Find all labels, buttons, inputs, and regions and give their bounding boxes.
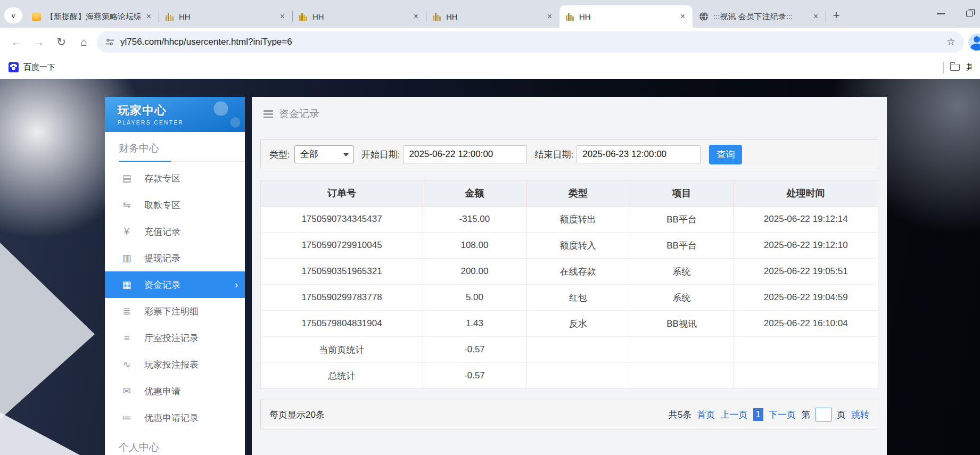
chart-icon: ∿ [121, 359, 132, 370]
end-date-label: 结束日期: [534, 148, 573, 161]
bookmark-star-icon[interactable]: ☆ [946, 36, 956, 48]
cell-time: 2025-06-22 19:05:51 [734, 259, 878, 285]
tab-search-button[interactable]: ∨ [4, 7, 22, 23]
profile-avatar[interactable] [968, 34, 980, 51]
home-icon[interactable]: ⌂ [75, 33, 93, 51]
hamburger-icon[interactable] [263, 110, 273, 118]
browser-tab-hh-3[interactable]: HH × [426, 5, 559, 28]
first-page-link[interactable]: 首页 [697, 409, 715, 421]
end-date-input[interactable] [577, 145, 701, 163]
reload-icon[interactable]: ↻ [52, 33, 70, 51]
window-controls [937, 11, 980, 17]
sidebar-item-withdrawal-records[interactable]: ▥ 提现记录 [105, 245, 245, 271]
address-bar[interactable]: yl756.com/hhcp/usercenter.html?iniType=6… [97, 31, 964, 53]
gold-bars-icon [566, 13, 574, 21]
sidebar-item-deposit[interactable]: ▤ 存款专区 [105, 165, 245, 192]
page-header: 资金记录 [252, 97, 887, 131]
query-button[interactable]: 查询 [709, 145, 742, 164]
forward-icon[interactable]: → [30, 33, 48, 51]
section-title-personal: 个人中心 [105, 431, 245, 454]
bookmark-baidu[interactable]: 百度一下 [9, 62, 55, 72]
jump-go-link[interactable]: 跳转 [851, 409, 869, 421]
type-select-value: 全部 [300, 149, 318, 159]
sidebar-item-withdraw[interactable]: ⇋ 取款专区 [105, 192, 245, 218]
cell-amount: -315.00 [423, 206, 526, 233]
prev-page-link[interactable]: 上一页 [721, 409, 748, 421]
browser-tab-forum[interactable]: 【新提醒】海燕策略论坛综 × [26, 5, 159, 28]
start-date-input[interactable] [403, 145, 527, 163]
cell-time: 2025-06-22 19:12:10 [734, 233, 878, 259]
browser-toolbar: ← → ↻ ⌂ yl756.com/hhcp/usercenter.html?i… [0, 28, 980, 56]
close-tab-icon[interactable]: × [413, 12, 419, 21]
close-tab-icon[interactable]: × [546, 12, 553, 21]
col-order-id: 订单号 [261, 180, 423, 206]
cell-order-id: 1750590299783778 [261, 285, 423, 311]
chevron-right-icon: › [235, 279, 238, 291]
bookmarks-bar: 百度一下 其 [0, 56, 980, 79]
close-tab-icon[interactable]: × [145, 12, 152, 21]
list-icon: ≣ [121, 305, 132, 317]
table-row: 1750590299783778 5.00 红包 系统 2025-06-22 1… [261, 285, 878, 311]
cell-time: 2025-06-22 16:10:04 [734, 311, 878, 337]
close-tab-icon[interactable]: × [279, 12, 286, 21]
cell-type: 反水 [526, 311, 630, 337]
total-count-text: 共5条 [669, 409, 691, 421]
tab-separator [826, 11, 826, 22]
sidebar-item-player-bet-report[interactable]: ∿ 玩家投注报表 [105, 351, 245, 378]
minimize-button[interactable] [937, 13, 945, 14]
page-title: 资金记录 [279, 107, 319, 121]
red-envelope-icon: ✉ [121, 385, 132, 397]
sidebar-item-promo-apply[interactable]: ✉ 优惠申请 [105, 378, 245, 404]
browser-tab-video-records[interactable]: :::视讯 会员下注纪录::: × [693, 5, 826, 28]
table-header-row: 订单号 金额 类型 项目 处理时间 [261, 180, 878, 206]
type-select[interactable]: 全部 [294, 145, 354, 163]
browser-tab-hh-1[interactable]: HH × [159, 5, 292, 28]
filter-bar: 类型: 全部 开始日期: 结束日期: 查询 [260, 139, 878, 169]
sidebar-item-promo-apply-records[interactable]: ≔ 优惠申请记录 [105, 404, 245, 431]
sidebar-item-lottery-bet-details[interactable]: ≣ 彩票下注明细 [105, 298, 245, 325]
background-corner-art [0, 412, 80, 455]
close-tab-icon[interactable]: × [679, 12, 686, 21]
jump-page-input[interactable] [816, 408, 831, 421]
current-page-badge[interactable]: 1 [753, 408, 763, 421]
close-tab-icon[interactable]: × [812, 12, 819, 21]
site-info-icon[interactable] [105, 38, 114, 46]
cell-type: 额度转入 [526, 233, 630, 259]
table-row-page-summary: 当前页统计 -0.57 [261, 337, 878, 363]
cell-time: 2025-06-22 19:04:59 [734, 285, 878, 311]
sidebar-item-funds-records[interactable]: ▦ 资金记录 › [105, 271, 245, 298]
section-title-finance: 财务中心 [105, 132, 245, 155]
sidebar-item-recharge-records[interactable]: ¥ 充值记录 [105, 218, 245, 245]
per-page-text: 每页显示20条 [269, 409, 325, 421]
page-background: 玩家中心 PLAYERS CENTER 财务中心 ▤ 存款专区 ⇋ 取款专区 ¥… [0, 79, 980, 455]
sidebar-item-label: 取款专区 [144, 199, 180, 211]
restore-button[interactable] [966, 11, 973, 17]
cell-type: 额度转出 [526, 206, 630, 233]
back-icon[interactable]: ← [7, 33, 26, 51]
browser-tab-hh-active[interactable]: HH × [559, 5, 693, 28]
sidebar-item-label: 资金记录 [144, 279, 180, 291]
cell-order-id: 1750590729910045 [261, 233, 423, 259]
jump-label-after: 页 [837, 409, 846, 421]
sidebar-item-label: 提现记录 [144, 252, 180, 264]
cell-amount: 200.00 [423, 259, 526, 285]
money-bag-icon: ¥ [121, 226, 132, 237]
table-row: 1750590734345437 -315.00 额度转出 BB平台 2025-… [261, 206, 878, 233]
sidebar-item-label: 玩家投注报表 [144, 359, 199, 371]
new-tab-button[interactable]: + [828, 7, 844, 23]
other-bookmarks-label[interactable]: 其 [966, 62, 971, 72]
cell-amount: 1.43 [423, 311, 526, 337]
cell-amount: 5.00 [423, 285, 526, 311]
cell-amount: 108.00 [423, 233, 526, 259]
tab-title: 【新提醒】海燕策略论坛综 [46, 12, 141, 22]
url-text: yl756.com/hhcp/usercenter.html?iniType=6 [120, 37, 940, 47]
cell-type: 在线存款 [526, 259, 630, 285]
section-underline [119, 161, 245, 162]
globe-icon [699, 12, 709, 21]
next-page-link[interactable]: 下一页 [769, 409, 796, 421]
deposit-card-icon: ▤ [121, 172, 132, 184]
folder-icon[interactable] [950, 64, 960, 71]
cash-icon: ▦ [121, 279, 132, 291]
sidebar-item-hall-bet-records[interactable]: ≡ 厅室投注记录 [105, 325, 245, 351]
browser-tab-hh-2[interactable]: HH × [293, 5, 426, 28]
